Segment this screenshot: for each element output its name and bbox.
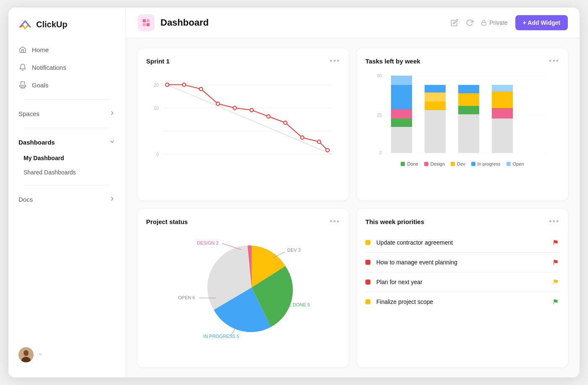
priority-item-0: Update contractor agreement xyxy=(365,233,559,253)
priorities-card: This week priorities ••• Update contract… xyxy=(357,209,568,368)
sidebar-item-docs[interactable]: Docs xyxy=(13,191,121,208)
nav-divider-3 xyxy=(24,185,110,185)
svg-rect-39 xyxy=(391,85,412,109)
priorities-title: This week priorities xyxy=(365,218,424,225)
svg-rect-42 xyxy=(425,102,446,110)
sidebar-item-shared-dashboards[interactable]: Shared Dashboards xyxy=(13,166,121,179)
private-label: Private xyxy=(489,19,508,26)
sidebar-item-notifications[interactable]: Notifications xyxy=(13,59,121,76)
sidebar: ClickUp Home Notifications xyxy=(8,8,126,377)
priority-flag-0 xyxy=(552,239,559,246)
svg-text:20: 20 xyxy=(154,82,159,87)
home-label: Home xyxy=(32,46,49,53)
legend-done: Done xyxy=(401,161,418,166)
svg-rect-7 xyxy=(143,23,146,26)
priorities-list: Update contractor agreement How to manag… xyxy=(365,233,559,311)
priority-dot-3 xyxy=(365,299,370,304)
logo-text: ClickUp xyxy=(36,20,67,29)
priority-item-2: Plan for next year xyxy=(365,272,559,292)
priority-flag-1 xyxy=(552,258,559,266)
svg-text:0: 0 xyxy=(379,150,382,155)
svg-text:0: 0 xyxy=(156,152,159,157)
svg-point-22 xyxy=(233,106,236,110)
chevron-right-icon-docs xyxy=(109,195,116,203)
svg-rect-43 xyxy=(425,92,446,102)
svg-point-26 xyxy=(301,136,304,139)
priority-text-2: Plan for next year xyxy=(376,279,546,285)
pie-chart-container: DEV 3 DONE 5 IN PROGRESS 5 OPEN 6 DESIGN… xyxy=(146,233,340,342)
legend-dev: Dev xyxy=(451,161,465,166)
priority-flag-3 xyxy=(552,298,559,306)
dashboard-icon-box xyxy=(138,14,155,31)
priority-text-3: Finalize project scope xyxy=(376,298,546,305)
svg-line-61 xyxy=(222,243,241,250)
notifications-label: Notifications xyxy=(32,64,66,71)
sprint-title: Sprint 1 xyxy=(146,58,170,65)
svg-rect-6 xyxy=(147,19,150,22)
legend-dot-dev xyxy=(451,162,455,166)
sidebar-item-goals[interactable]: Goals xyxy=(13,76,121,93)
svg-text:25: 25 xyxy=(377,113,382,118)
private-badge[interactable]: Private xyxy=(481,19,508,26)
topbar: Dashboard Private xyxy=(126,8,580,38)
sidebar-item-my-dashboard[interactable]: My Dashboard xyxy=(13,151,121,165)
svg-point-27 xyxy=(318,140,321,143)
project-status-card: Project status ••• xyxy=(138,209,349,368)
svg-text:OPEN 6: OPEN 6 xyxy=(178,295,195,300)
priority-dot-2 xyxy=(365,280,370,285)
svg-point-20 xyxy=(200,87,203,91)
add-widget-button[interactable]: + Add Widget xyxy=(515,15,568,30)
priority-text-1: How to manage event planning xyxy=(376,259,546,266)
dashboards-label: Dashboards xyxy=(18,139,55,146)
user-profile[interactable] xyxy=(8,342,126,367)
svg-rect-9 xyxy=(482,22,486,25)
edit-icon[interactable] xyxy=(451,19,458,26)
bar-chart-svg: 50 25 0 xyxy=(365,72,559,156)
legend-dot-design xyxy=(424,162,428,166)
project-status-title: Project status xyxy=(146,218,188,225)
priorities-menu-button[interactable]: ••• xyxy=(549,217,559,226)
sidebar-item-home[interactable]: Home xyxy=(13,41,121,58)
page-title: Dashboard xyxy=(160,17,209,28)
lock-icon xyxy=(481,20,487,26)
chevron-right-icon xyxy=(109,110,116,118)
home-icon xyxy=(18,45,27,54)
tasks-menu-button[interactable]: ••• xyxy=(549,57,559,66)
priority-item-3: Finalize project scope xyxy=(365,292,559,311)
refresh-icon[interactable] xyxy=(466,19,473,26)
sidebar-item-spaces[interactable]: Spaces xyxy=(13,105,121,122)
logo[interactable]: ClickUp xyxy=(8,18,126,41)
priority-item-1: How to manage event planning xyxy=(365,253,559,272)
svg-rect-46 xyxy=(458,106,479,114)
dashboard-grid-icon xyxy=(142,18,151,27)
priority-flag-2 xyxy=(552,278,559,286)
main-content: Dashboard Private xyxy=(126,8,580,377)
svg-rect-1 xyxy=(21,87,25,88)
svg-rect-8 xyxy=(147,23,150,26)
avatar xyxy=(18,347,34,362)
svg-point-18 xyxy=(165,83,169,87)
tasks-title: Tasks left by week xyxy=(365,58,420,65)
sprint-menu-button[interactable]: ••• xyxy=(330,57,340,66)
svg-rect-48 xyxy=(458,85,479,93)
svg-rect-51 xyxy=(492,91,513,108)
legend-dot-inprogress xyxy=(471,162,475,166)
nav-divider-1 xyxy=(24,99,110,100)
legend-inprogress: In progress xyxy=(471,161,501,166)
svg-line-17 xyxy=(167,85,332,155)
app-container: ClickUp Home Notifications xyxy=(8,8,580,377)
project-status-menu-button[interactable]: ••• xyxy=(330,217,340,226)
svg-rect-36 xyxy=(391,127,412,153)
sidebar-item-dashboards[interactable]: Dashboards xyxy=(13,134,121,150)
chevron-down-icon xyxy=(109,138,116,146)
svg-rect-47 xyxy=(458,93,479,106)
svg-text:DESIGN 2: DESIGN 2 xyxy=(197,240,218,245)
tasks-left-card: Tasks left by week ••• 50 25 0 xyxy=(357,48,568,200)
chart-legend: Done Design Dev In progress xyxy=(365,161,559,166)
sidebar-nav: Home Notifications Goals xyxy=(8,41,126,208)
svg-rect-52 xyxy=(492,85,513,91)
svg-point-28 xyxy=(326,148,329,152)
svg-rect-5 xyxy=(143,19,146,22)
bell-icon xyxy=(18,63,27,71)
docs-label: Docs xyxy=(18,196,33,203)
